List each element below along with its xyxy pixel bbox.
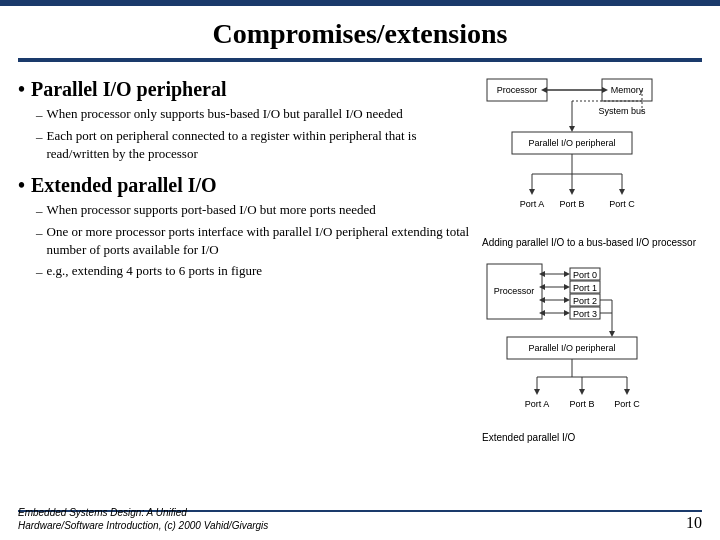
section1-item1: – When processor only supports bus-based… xyxy=(36,105,472,124)
svg-text:Port 2: Port 2 xyxy=(573,296,597,306)
diagram1-container: Processor Memory System bus xyxy=(482,74,702,249)
content-area: • Parallel I/O peripheral – When process… xyxy=(0,62,720,444)
svg-marker-9 xyxy=(569,126,575,132)
right-column: Processor Memory System bus xyxy=(482,70,702,444)
svg-text:Port 0: Port 0 xyxy=(573,270,597,280)
diagram1-svg: Processor Memory System bus xyxy=(482,74,692,229)
section1-title: Parallel I/O peripheral xyxy=(31,78,227,101)
svg-text:Port 1: Port 1 xyxy=(573,283,597,293)
svg-text:Memory: Memory xyxy=(611,85,644,95)
svg-marker-59 xyxy=(579,389,585,395)
diagram2-caption: Extended parallel I/O xyxy=(482,431,702,444)
section2-item1: – When processor supports port-based I/O… xyxy=(36,201,472,220)
svg-text:Port A: Port A xyxy=(520,199,545,209)
svg-text:Port 3: Port 3 xyxy=(573,309,597,319)
svg-marker-18 xyxy=(569,189,575,195)
page-number: 10 xyxy=(686,514,702,532)
svg-marker-38 xyxy=(564,297,570,303)
section1-item2: – Each port on peripheral connected to a… xyxy=(36,127,472,163)
footer-left: Embedded Systems Design: A Unified Hardw… xyxy=(18,506,268,532)
section1-header: • Parallel I/O peripheral xyxy=(18,78,472,101)
svg-marker-43 xyxy=(564,310,570,316)
svg-text:System bus: System bus xyxy=(598,106,646,116)
dash4: – xyxy=(36,224,43,242)
section2-item2-text: One or more processor ports interface wi… xyxy=(47,223,473,259)
slide-title: Compromises/extensions xyxy=(0,6,720,58)
svg-text:Processor: Processor xyxy=(497,85,538,95)
diagram2-container: Processor Port 0 Port 1 xyxy=(482,259,702,444)
svg-text:Port A: Port A xyxy=(525,399,550,409)
bullet1: • xyxy=(18,78,25,101)
section1-item2-text: Each port on peripheral connected to a r… xyxy=(47,127,473,163)
slide: Compromises/extensions • Parallel I/O pe… xyxy=(0,0,720,540)
svg-text:Parallel I/O peripheral: Parallel I/O peripheral xyxy=(528,138,615,148)
dash3: – xyxy=(36,202,43,220)
dash2: – xyxy=(36,128,43,146)
section2-header: • Extended parallel I/O xyxy=(18,174,472,197)
left-column: • Parallel I/O peripheral – When process… xyxy=(18,70,472,444)
svg-marker-17 xyxy=(529,189,535,195)
footer-line1: Embedded Systems Design: A Unified xyxy=(18,506,268,519)
svg-marker-50 xyxy=(609,331,615,337)
svg-text:Port C: Port C xyxy=(609,199,635,209)
section2-item1-text: When processor supports port-based I/O b… xyxy=(47,201,473,219)
svg-marker-33 xyxy=(564,284,570,290)
dash5: – xyxy=(36,263,43,281)
svg-marker-60 xyxy=(624,389,630,395)
section2-item2: – One or more processor ports interface … xyxy=(36,223,472,259)
bullet2: • xyxy=(18,174,25,197)
section1-item1-text: When processor only supports bus-based I… xyxy=(47,105,473,123)
svg-marker-58 xyxy=(534,389,540,395)
footer: Embedded Systems Design: A Unified Hardw… xyxy=(18,506,702,532)
section2-title: Extended parallel I/O xyxy=(31,174,217,197)
svg-marker-28 xyxy=(564,271,570,277)
dash1: – xyxy=(36,106,43,124)
svg-text:Parallel I/O peripheral: Parallel I/O peripheral xyxy=(528,343,615,353)
svg-text:Port B: Port B xyxy=(559,199,584,209)
diagram1-caption: Adding parallel I/O to a bus-based I/O p… xyxy=(482,236,702,249)
svg-text:Port B: Port B xyxy=(569,399,594,409)
footer-line2: Hardware/Software Introduction, (c) 2000… xyxy=(18,519,268,532)
diagram2-svg: Processor Port 0 Port 1 xyxy=(482,259,692,424)
svg-marker-19 xyxy=(619,189,625,195)
section2-item3-text: e.g., extending 4 ports to 6 ports in fi… xyxy=(47,262,473,280)
section2-item3: – e.g., extending 4 ports to 6 ports in … xyxy=(36,262,472,281)
svg-text:Processor: Processor xyxy=(494,286,535,296)
svg-text:Port C: Port C xyxy=(614,399,640,409)
